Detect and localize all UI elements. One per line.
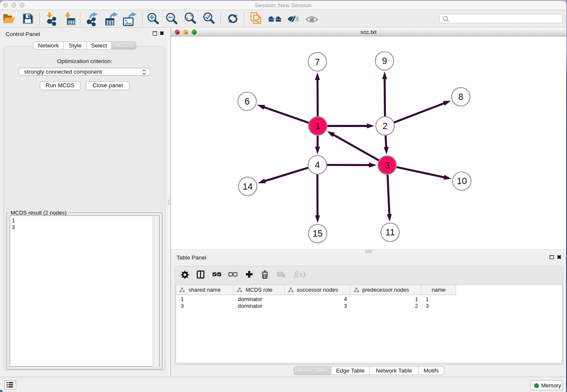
svg-text:11: 11 [385,227,395,237]
svg-text:8: 8 [458,92,463,102]
svg-text:2: 2 [383,121,388,131]
svg-text:4: 4 [315,160,320,170]
svg-text:7: 7 [315,57,320,67]
svg-text:1: 1 [315,121,320,131]
svg-text:9: 9 [382,56,387,66]
svg-text:10: 10 [457,176,467,186]
svg-text:6: 6 [245,97,250,107]
svg-text:3: 3 [385,160,390,171]
svg-text:15: 15 [313,229,323,239]
svg-text:14: 14 [242,182,253,192]
